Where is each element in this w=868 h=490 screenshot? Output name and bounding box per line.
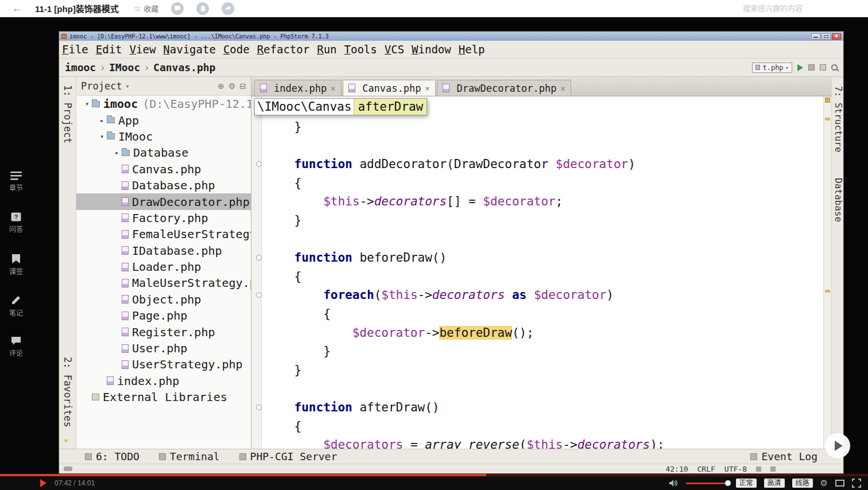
close-icon[interactable] (560, 84, 565, 93)
file-encoding[interactable]: UTF-8 (724, 465, 747, 473)
caret-position[interactable]: 42:10 (665, 465, 688, 473)
run-config-select[interactable]: t.php ▾ (752, 63, 792, 73)
window-titlebar[interactable]: imooc - [D:\EasyPHP-12.1\www\imooc] - ..… (59, 32, 843, 41)
expand-arrow-icon[interactable]: ▸ (97, 112, 107, 129)
settings-gear-icon[interactable]: ⚙ (820, 479, 828, 488)
fold-marker-icon[interactable] (256, 405, 262, 410)
breadcrumb-item[interactable]: Canvas.php (153, 61, 215, 73)
expand-arrow-icon[interactable]: ▾ (97, 129, 107, 145)
debug-button[interactable] (808, 64, 815, 71)
expand-arrow-icon[interactable]: ▸ (112, 145, 122, 161)
run-button[interactable] (797, 64, 803, 71)
tool-window-tab-structure[interactable]: 7: Structure (833, 86, 844, 153)
tree-item[interactable]: Loader.php (76, 259, 251, 275)
menu-refactor[interactable]: Refactor (257, 43, 310, 56)
share-chat-button[interactable] (171, 2, 184, 15)
add-icon[interactable]: ⊕ (218, 81, 224, 91)
tree-item[interactable]: DrawDecorator.php (76, 193, 251, 209)
back-arrow-icon[interactable]: ← (11, 2, 22, 15)
menu-tools[interactable]: Tools (344, 43, 377, 56)
event-log-button[interactable]: Event Log (750, 450, 817, 462)
tree-item[interactable]: IDatabase.php (76, 243, 251, 259)
theater-mode-icon[interactable] (835, 480, 844, 487)
tree-item[interactable]: ▾IMooc (76, 129, 251, 145)
code-editor[interactable]: } function addDecorator(DrawDecorator $d… (251, 96, 823, 449)
volume-icon[interactable] (669, 479, 679, 487)
tree-item[interactable]: UserStrategy.php (76, 356, 251, 372)
settings-gear-icon[interactable]: ⚙ (228, 81, 236, 91)
sidebar-item-bookmarks[interactable]: 课签 (3, 254, 29, 278)
tree-item[interactable]: Canvas.php (76, 161, 251, 177)
route-button[interactable]: 线路 (792, 479, 813, 488)
tree-item[interactable]: Page.php (76, 308, 251, 324)
nav-path[interactable]: \IMooc\Canvas (255, 99, 354, 115)
tree-item[interactable]: ▸App (76, 112, 251, 128)
expand-arrow-icon[interactable]: ▾ (82, 96, 92, 112)
tool-window-button[interactable]: PHP-CGI Server (239, 450, 338, 462)
folder-icon (122, 150, 130, 156)
close-icon[interactable] (424, 84, 430, 93)
search-icon[interactable] (831, 64, 838, 71)
breadcrumb-item[interactable]: IMooc (109, 61, 140, 73)
menu-vcs[interactable]: VCS (385, 43, 404, 56)
maximize-icon[interactable] (822, 33, 831, 40)
menu-help[interactable]: Help (459, 43, 485, 56)
event-log-icon (750, 453, 757, 460)
menu-code[interactable]: Code (223, 43, 250, 56)
tool-window-button[interactable]: 6: TODO (85, 450, 140, 462)
editor-tab[interactable]: DrawDecorator.php (437, 80, 571, 96)
favorite-label[interactable]: 收藏 (144, 3, 158, 14)
menu-window[interactable]: Window (412, 43, 451, 56)
tree-item[interactable]: MaleUserStrategy.php (76, 275, 251, 291)
stop-button[interactable] (820, 64, 826, 71)
line-separator[interactable]: CRLF (698, 465, 715, 473)
editor-scrollbar[interactable] (823, 96, 831, 449)
tree-item[interactable]: Factory.php (76, 210, 251, 226)
inspection-indicator-icon[interactable] (825, 98, 830, 103)
sidebar-item-comments[interactable]: 评论 (3, 336, 29, 360)
sidebar-item-qa[interactable]: ? 问答 (3, 212, 29, 236)
tree-item[interactable]: User.php (76, 340, 251, 356)
menu-run[interactable]: Run (317, 43, 336, 56)
volume-knob[interactable] (725, 480, 731, 486)
close-icon[interactable] (330, 84, 336, 93)
tool-window-button[interactable]: Terminal (159, 450, 220, 462)
breadcrumb-item[interactable]: imooc (65, 61, 96, 73)
quality-button[interactable]: 高清 (764, 479, 785, 488)
sidebar-item-notes[interactable]: 笔记 (3, 295, 29, 319)
menu-file[interactable]: File (62, 43, 88, 56)
tool-window-tab-database[interactable]: Database (833, 178, 844, 222)
tree-item[interactable]: index.php (76, 373, 251, 389)
nav-symbol[interactable]: afterDraw (354, 99, 427, 115)
close-icon[interactable] (832, 33, 841, 40)
tool-window-tab-favorites[interactable]: 2: Favorites (62, 357, 73, 427)
menu-navigate[interactable]: Navigate (163, 43, 216, 56)
tree-item[interactable]: ▾imooc(D:\EasyPHP-12.1 (76, 96, 251, 112)
editor-tab[interactable]: index.php (254, 80, 342, 96)
share-button[interactable] (222, 2, 234, 15)
star-icon[interactable]: ☆ (134, 3, 141, 14)
tree-item[interactable]: FemaleUserStrategy.php (76, 226, 251, 242)
tree-item[interactable]: Object.php (76, 291, 251, 308)
fullscreen-icon[interactable] (852, 479, 861, 488)
collapse-all-icon[interactable]: ⊟ (239, 81, 246, 91)
menu-edit[interactable]: Edit (96, 43, 122, 56)
search-input[interactable] (742, 3, 843, 13)
video-stage[interactable]: 章节 ? 问答 课签 笔记 评论 imooc - [D:\EasyPHP-12.… (0, 17, 868, 490)
sidebar-item-chapters[interactable]: 章节 (3, 171, 29, 195)
editor-tab[interactable]: Canvas.php (343, 80, 436, 96)
minimize-icon[interactable] (811, 33, 820, 40)
speed-button[interactable]: 正常 (736, 479, 757, 488)
notification-bell-button[interactable] (196, 2, 209, 15)
menu-view[interactable]: View (130, 43, 156, 56)
chevron-down-icon[interactable]: ▾ (126, 83, 130, 90)
tree-item[interactable]: ▸Database (76, 145, 251, 161)
tool-window-tab-project[interactable]: 1: Project (62, 85, 73, 143)
play-overlay-button[interactable] (825, 433, 850, 458)
h-scrollbar-thumb[interactable] (64, 466, 72, 471)
tree-item[interactable]: Database.php (76, 177, 251, 193)
volume-slider[interactable] (686, 483, 728, 484)
tree-item[interactable]: Register.php (76, 324, 251, 340)
tree-item[interactable]: External Libraries (76, 389, 251, 405)
play-button[interactable] (40, 479, 46, 487)
